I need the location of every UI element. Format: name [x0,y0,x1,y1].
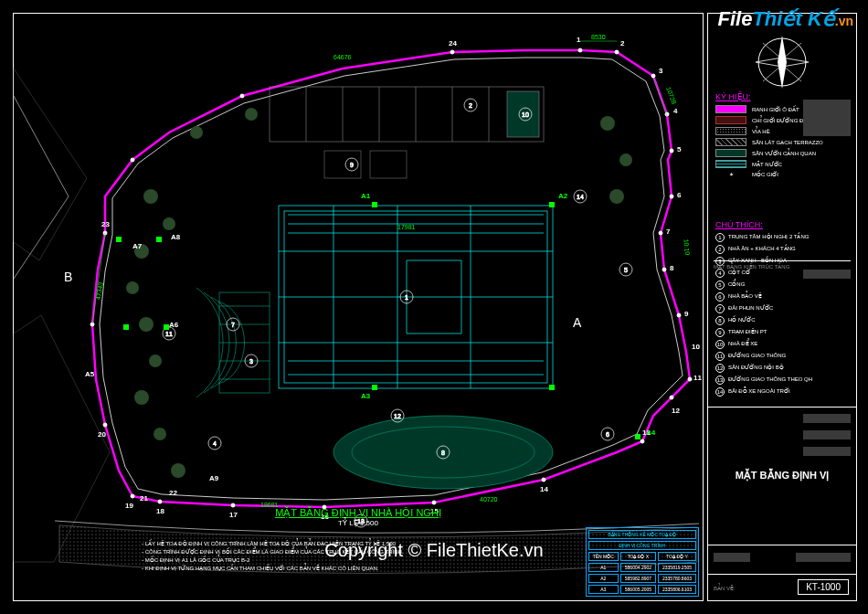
anchor-a2: A2 [558,192,567,200]
node-22: 22 [169,489,177,497]
svg-point-7 [659,231,662,235]
svg-point-59 [171,463,185,478]
svg-rect-95 [372,385,377,390]
svg-point-14 [432,501,436,504]
dim-top: 8530 [591,34,606,40]
legend-item-7: ✶MỐC GIỚI [715,171,849,177]
svg-text:6: 6 [606,431,609,438]
legend-item-5: SÂN VƯỜN CẢNH QUAN [715,149,849,157]
legend-item-4: SÂN LÁT GẠCH TERRAZZO [715,138,849,146]
svg-point-55 [139,317,153,332]
anchor-a5: A5 [85,370,94,378]
svg-point-54 [126,281,139,294]
svg-point-24 [450,50,454,54]
dim-r2: 10.10 [683,238,692,255]
svg-rect-96 [549,385,555,390]
area-a: A [573,315,581,330]
note-11: 11ĐƯỜNG GIAO THÔNG [715,352,849,361]
note-10: 10NHÀ ĐỂ XE [715,340,849,349]
coord-r1c1: A1 [588,563,619,572]
svg-point-56 [149,355,162,367]
plan-scale: TỶ LỆ 1:500 [275,519,441,527]
note-2: 2NHÀ ĂN + KHÁCH 4 TẦNG [715,245,849,254]
dim-bldg: 17981 [397,224,415,230]
node-14: 14 [540,485,548,493]
svg-point-62 [609,189,624,204]
node-4: 4 [673,107,677,115]
svg-text:4: 4 [213,440,217,447]
node-9: 9 [684,310,688,318]
note-6: 6NHÀ BẢO VỆ [715,292,849,302]
tb-divider-3 [708,574,856,575]
coord-r2c1: A2 [588,574,619,583]
svg-point-22 [131,158,134,162]
dim-b1: 40720 [480,496,497,503]
note-1: 1TRUNG TÂM HỘI NGHỊ 2 TẦNG [715,233,849,242]
svg-rect-94 [549,202,555,207]
anchor-a1: A1 [361,192,370,200]
node-24: 24 [449,39,457,48]
svg-text:3: 3 [249,358,253,365]
svg-line-104 [92,233,105,324]
plan-title: MẶT BẰNG ĐỊNH VỊ NHÀ HỘI NGHỊ TỶ LỆ 1:50… [275,507,441,527]
legend-item-6: MẶT NƯỚC [715,160,849,168]
svg-point-19 [103,423,107,427]
legend-label-5: SÂN VƯỜN CẢNH QUAN [752,150,816,156]
svg-rect-93 [372,202,377,207]
coord-r2c3: 2335780.8603 [658,574,696,583]
svg-point-16 [231,503,235,507]
node-11: 11 [693,374,702,382]
legend-label-7: MỐC GIỚI [752,171,778,177]
svg-point-10 [688,377,692,381]
tb-redact-4 [803,430,851,439]
notes-title: CHÚ THÍCH: [715,220,849,229]
coord-th-3: TOẠ ĐỘ Y [658,552,696,561]
svg-point-11 [670,396,673,399]
sheet-number: KT-1000 [798,579,849,595]
svg-text:11: 11 [165,331,173,337]
svg-line-103 [653,78,667,116]
svg-text:14: 14 [577,194,584,200]
node-8: 8 [670,264,673,272]
svg-point-6 [670,195,673,198]
svg-point-9 [677,313,681,317]
coord-th-1: TÊN MỐC [588,552,619,561]
tb-redact-6 [796,553,851,562]
note-7: 7ĐÀI PHUN NƯỚC [715,304,849,313]
dim-t2: 64676 [333,54,351,60]
coord-r3c2: 586005.2005 [620,585,656,594]
svg-text:9: 9 [350,162,354,168]
coord-table: BẢNG THỐNG KÊ MỐC TOẠ ĐỘ ĐỊNH VỊ CÔNG TR… [586,527,699,597]
legend-label-3: VỈA HÈ [752,128,770,134]
legend-label-1: RANH GIỚI Ô ĐẤT [752,106,799,112]
sheet-name-text: MẶT BẰNG ĐỊNH VỊ [715,470,849,482]
tb-divider-2 [708,545,856,545]
node-5: 5 [677,145,681,154]
anchor-a8: A8 [171,233,180,241]
svg-rect-99 [123,324,129,330]
note-14: 14BÃI ĐỖ XE NGOÀI TRỜI [715,387,849,397]
svg-point-17 [158,500,162,503]
svg-point-51 [143,189,158,204]
tb-divider-1 [708,407,856,408]
tb-redact-2 [803,270,851,279]
node-23: 23 [101,220,110,228]
coord-table-subtitle: ĐỊNH VỊ CÔNG TRÌNH [588,541,696,550]
node-1: 1 [577,36,580,44]
svg-text:1: 1 [405,294,408,301]
svg-point-60 [600,116,615,131]
drawing-area: 1 2 3 4 5 6 7 8 9 10 11 12 13 14 1 2 3 4… [13,13,704,601]
title-block: KÝ HIỆU: RANH GIỚI Ô ĐẤT CHỈ GIỚI ĐƯỜNG … [707,13,857,601]
svg-point-3 [651,74,655,78]
note-5: 5CỔNG [715,281,849,290]
legend-label-6: MẶT NƯỚC [752,161,782,167]
node-3: 3 [659,67,662,75]
tb-seal: MẶT BẰNG KIẾN TRÚC TẦNG [714,260,851,270]
svg-point-58 [153,428,166,440]
anchor-a7: A7 [132,242,142,250]
svg-rect-98 [156,237,162,242]
coord-r3c3: 2335806.6103 [658,585,696,594]
svg-point-2 [615,50,619,54]
node-12: 12 [672,407,680,415]
svg-rect-97 [116,237,122,242]
